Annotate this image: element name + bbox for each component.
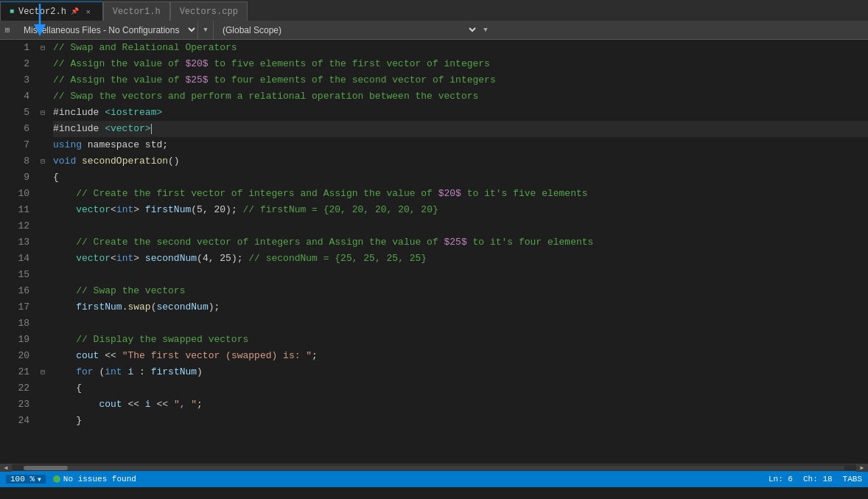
line-num-20: 20 [7,348,29,364]
tab-pin-icon: 📌 [71,7,79,15]
line-num-5: 5 [7,105,29,121]
issues-text: No issues found [63,475,136,484]
cursor-ch: Ch: 18 [803,475,833,484]
line-num-12: 12 [7,218,29,234]
gutter-9 [37,170,49,186]
line-num-16: 16 [7,283,29,299]
line-num-13: 13 [7,234,29,251]
gutter-13 [37,234,49,251]
toolbar: ⊞ Miscellaneous Files - No Configuration… [0,21,868,40]
scope-right-select[interactable]: (Global Scope) [213,21,478,39]
line-num-24: 24 [7,413,29,429]
horizontal-scrollbar[interactable]: ◀ ▶ [0,464,868,471]
code-line-9: { [53,170,868,186]
tab-vector2h[interactable]: ■ Vector2.h 📌 ✕ [0,1,103,21]
line-num-7: 7 [7,137,29,153]
code-line-18 [53,315,868,332]
zoom-control[interactable]: 100 % ▼ [6,475,46,484]
code-line-23: cout << i << ", "; [53,397,868,413]
gutter-20 [37,348,49,364]
gutter-7 [37,137,49,153]
scroll-left-arrow[interactable]: ◀ [0,464,12,472]
tab-label-vectorscpp: Vectors.cpp [180,7,238,17]
status-bar: 100 % ▼ No issues found Ln: 6 Ch: 18 TAB… [0,471,868,487]
debug-arrow-indicator [31,4,49,36]
gutter-18 [37,315,49,332]
tab-vector1h[interactable]: Vector1.h [103,1,170,21]
line-num-21: 21 [7,364,29,380]
gutter-23 [37,397,49,413]
scrollbar-thumb[interactable] [24,466,68,470]
code-line-3: // Assign the value of $25$ to four elem… [53,72,868,88]
zoom-dropdown-icon[interactable]: ▼ [38,476,41,483]
code-content[interactable]: // Swap and Relational Operators // Assi… [49,40,868,464]
gutter-22 [37,380,49,397]
gutter-17 [37,299,49,315]
line-num-14: 14 [7,251,29,267]
code-line-10: // Create the first vector of integers a… [53,186,868,202]
fold-marker-5[interactable]: ⊟ [37,105,49,121]
code-line-7: using namespace std; [53,137,868,153]
line-num-9: 9 [7,170,29,186]
code-line-13: // Create the second vector of integers … [53,234,868,251]
line-num-8: 8 [7,153,29,170]
code-line-12 [53,218,868,234]
line-num-22: 22 [7,380,29,397]
status-right: Ln: 6 Ch: 18 TABS [769,475,862,484]
line-num-1: 1 [7,40,29,56]
code-line-17: firstNum.swap(secondNum); [53,299,868,315]
code-line-15 [53,267,868,283]
svg-marker-1 [34,24,46,36]
line-num-23: 23 [7,397,29,413]
line-num-4: 4 [7,88,29,105]
code-line-5: #include <iostream> [53,105,868,121]
text-cursor [151,124,152,134]
tab-icon-vector2h: ■ [10,7,14,15]
fold-marker-1[interactable]: ⊟ [37,40,49,56]
zoom-value: 100 % [10,475,35,484]
code-line-24: } [53,413,868,429]
scope-left-dropdown-icon[interactable]: ▼ [198,21,213,40]
gutter-24 [37,413,49,429]
gutter-16 [37,283,49,299]
gutter-4 [37,88,49,105]
code-line-11: vector<int> firstNum(5, 20); // firstNum… [53,202,868,218]
gutter-6 [37,121,49,137]
line-num-10: 10 [7,186,29,202]
scroll-right-arrow[interactable]: ▶ [856,464,868,472]
gutter-15 [37,267,49,283]
tab-label-vector1h: Vector1.h [113,7,161,17]
code-line-19: // Display the swapped vectors [53,332,868,348]
line-num-19: 19 [7,332,29,348]
line-num-15: 15 [7,267,29,283]
line-numbers: 1 2 3 4 5 6 7 8 9 10 11 12 13 14 15 16 1… [0,40,37,464]
tab-close-vector2h[interactable]: ✕ [83,7,94,17]
code-line-16: // Swap the vectors [53,283,868,299]
gutter-12 [37,218,49,234]
line-num-2: 2 [7,56,29,72]
gutter-10 [37,186,49,202]
tabs-bar: ■ Vector2.h 📌 ✕ Vector1.h Vectors.cpp [0,0,868,21]
fold-marker-21[interactable]: ⊟ [37,364,49,380]
code-line-14: vector<int> secondNum(4, 25); // secondN… [53,251,868,267]
gutter-14 [37,251,49,267]
code-line-4: // Swap the vectors and perform a relati… [53,88,868,105]
code-line-20: cout << "The first vector (swapped) is: … [53,348,868,364]
code-line-6: #include <vector> [53,121,868,137]
gutter-11 [37,202,49,218]
line-num-11: 11 [7,202,29,218]
code-line-22: { [53,380,868,397]
code-line-1: // Swap and Relational Operators [53,40,868,56]
code-line-8: void secondOperation() [53,153,868,170]
scrollbar-track[interactable] [24,466,844,470]
issues-indicator: No issues found [53,475,136,484]
line-num-17: 17 [7,299,29,315]
cursor-ln: Ln: 6 [769,475,793,484]
tab-vectorscpp[interactable]: Vectors.cpp [170,1,248,21]
scope-right-dropdown-icon[interactable]: ▼ [478,21,493,40]
fold-marker-8[interactable]: ⊟ [37,153,49,170]
code-line-2: // Assign the value of $20$ to five elem… [53,56,868,72]
editor-area[interactable]: 1 2 3 4 5 6 7 8 9 10 11 12 13 14 15 16 1… [0,40,868,464]
indent-type: TABS [843,475,862,484]
gutter-3 [37,72,49,88]
